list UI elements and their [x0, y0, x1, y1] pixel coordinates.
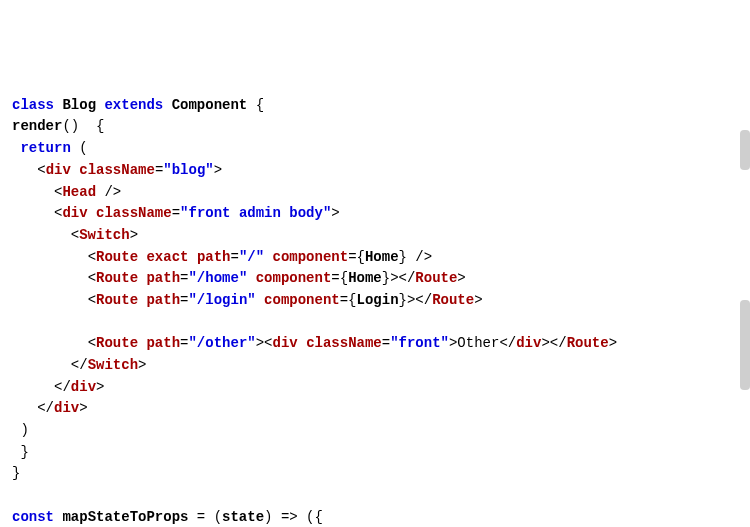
- brace: }: [12, 465, 20, 481]
- jsx-tag-route: Route: [96, 292, 138, 308]
- code-line: }: [12, 465, 20, 481]
- code-line: render() {: [12, 118, 104, 134]
- code-line: class Blog extends Component {: [12, 97, 264, 113]
- jsx-tag-div: div: [71, 379, 96, 395]
- jsx-tag-head: Head: [62, 184, 96, 200]
- jsx-attr-component: component: [273, 249, 349, 265]
- code-line-blank: [12, 487, 20, 503]
- scrollbar[interactable]: [740, 0, 750, 527]
- jsx-tag-switch: Switch: [79, 227, 129, 243]
- jsx-tag-switch: Switch: [88, 357, 138, 373]
- code-line: <div className="front admin body">: [12, 205, 340, 221]
- string-home: "/home": [188, 270, 247, 286]
- scrollbar-thumb[interactable]: [740, 300, 750, 390]
- jsx-tag-route: Route: [96, 335, 138, 351]
- ident-mapstatetoprops: mapStateToProps: [62, 509, 188, 525]
- keyword-const: const: [12, 509, 54, 525]
- jsx-attr-path: path: [197, 249, 231, 265]
- code-line: </Switch>: [12, 357, 146, 373]
- scrollbar-thumb[interactable]: [740, 130, 750, 170]
- jsx-tag-div: div: [273, 335, 298, 351]
- string-blog: "blog": [163, 162, 213, 178]
- code-line: <Switch>: [12, 227, 138, 243]
- jsx-attr-component: component: [256, 270, 332, 286]
- code-line: return (: [12, 140, 88, 156]
- code-line: </div>: [12, 400, 88, 416]
- jsx-attr-exact: exact: [146, 249, 188, 265]
- code-line: const mapStateToProps = (state) => ({: [12, 509, 323, 525]
- jsx-attr-classname: className: [306, 335, 382, 351]
- ident-component: Component: [172, 97, 248, 113]
- code-line: <Route exact path="/" component={Home} /…: [12, 249, 432, 265]
- code-line: </div>: [12, 379, 104, 395]
- code-line: <Route path="/home" component={Home}></R…: [12, 270, 466, 286]
- keyword-class: class: [12, 97, 54, 113]
- punct: () {: [62, 118, 104, 134]
- ident-render: render: [12, 118, 62, 134]
- string-login: "/login": [188, 292, 255, 308]
- brace: {: [247, 97, 264, 113]
- ident-state: state: [222, 509, 264, 525]
- code-line: <Route path="/login" component={Login}><…: [12, 292, 483, 308]
- code-block: class Blog extends Component { render() …: [12, 95, 738, 527]
- jsx-tag-route: Route: [96, 249, 138, 265]
- code-line-blank: [12, 314, 20, 330]
- jsx-attr-classname: className: [79, 162, 155, 178]
- string-root: "/": [239, 249, 264, 265]
- keyword-return: return: [20, 140, 70, 156]
- jsx-tag-route: Route: [96, 270, 138, 286]
- code-line: }: [12, 444, 29, 460]
- jsx-attr-path: path: [146, 335, 180, 351]
- jsx-attr-component: component: [264, 292, 340, 308]
- brace: }: [20, 444, 28, 460]
- string-front: "front": [390, 335, 449, 351]
- string-other: "/other": [188, 335, 255, 351]
- angle-open: <: [37, 162, 45, 178]
- ident-home: Home: [348, 270, 382, 286]
- code-line: <Head />: [12, 184, 121, 200]
- jsx-attr-path: path: [146, 292, 180, 308]
- jsx-tag-div: div: [46, 162, 71, 178]
- code-line: <Route path="/other"><div className="fro…: [12, 335, 617, 351]
- jsx-attr-classname: className: [96, 205, 172, 221]
- paren: ): [20, 422, 28, 438]
- string-front-admin-body: "front admin body": [180, 205, 331, 221]
- ident-blog: Blog: [62, 97, 96, 113]
- keyword-extends: extends: [104, 97, 163, 113]
- jsx-tag-div: div: [62, 205, 87, 221]
- ident-login: Login: [357, 292, 399, 308]
- angle-close: >: [214, 162, 222, 178]
- jsx-attr-path: path: [146, 270, 180, 286]
- ident-home: Home: [365, 249, 399, 265]
- code-line: ): [12, 422, 29, 438]
- jsx-tag-div: div: [54, 400, 79, 416]
- code-line: <div className="blog">: [12, 162, 222, 178]
- punct: (: [71, 140, 88, 156]
